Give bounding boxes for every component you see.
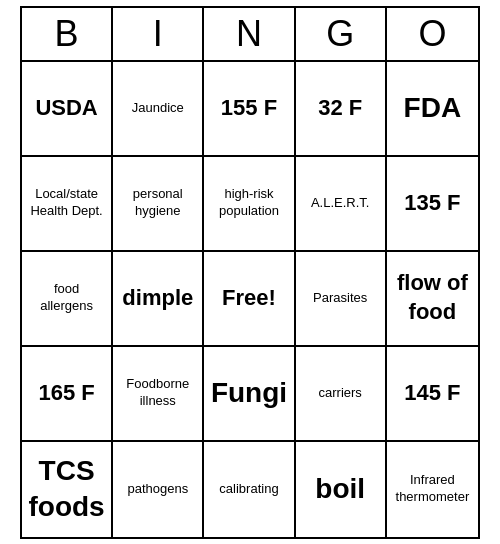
- bingo-cell-14: flow of food: [387, 252, 478, 347]
- bingo-cell-4: FDA: [387, 62, 478, 157]
- header-letter-g: G: [296, 8, 387, 60]
- bingo-cell-1: Jaundice: [113, 62, 204, 157]
- bingo-cell-17: Fungi: [204, 347, 295, 442]
- header-letter-i: I: [113, 8, 204, 60]
- bingo-cell-12: Free!: [204, 252, 295, 347]
- bingo-cell-23: boil: [296, 442, 387, 537]
- bingo-cell-2: 155 F: [204, 62, 295, 157]
- bingo-cell-19: 145 F: [387, 347, 478, 442]
- bingo-cell-6: personal hygiene: [113, 157, 204, 252]
- bingo-cell-21: pathogens: [113, 442, 204, 537]
- bingo-cell-20: TCS foods: [22, 442, 113, 537]
- bingo-cell-0: USDA: [22, 62, 113, 157]
- bingo-cell-16: Foodborne illness: [113, 347, 204, 442]
- bingo-cell-10: food allergens: [22, 252, 113, 347]
- bingo-cell-8: A.L.E.R.T.: [296, 157, 387, 252]
- bingo-cell-13: Parasites: [296, 252, 387, 347]
- header-letter-o: O: [387, 8, 478, 60]
- bingo-cell-9: 135 F: [387, 157, 478, 252]
- bingo-grid: USDAJaundice155 F32 FFDALocal/state Heal…: [22, 62, 478, 537]
- header-letter-n: N: [204, 8, 295, 60]
- header-letter-b: B: [22, 8, 113, 60]
- bingo-header: BINGO: [22, 8, 478, 62]
- bingo-cell-15: 165 F: [22, 347, 113, 442]
- bingo-cell-5: Local/state Health Dept.: [22, 157, 113, 252]
- bingo-cell-22: calibrating: [204, 442, 295, 537]
- bingo-cell-24: Infrared thermometer: [387, 442, 478, 537]
- bingo-cell-11: dimple: [113, 252, 204, 347]
- bingo-cell-3: 32 F: [296, 62, 387, 157]
- bingo-cell-7: high-risk population: [204, 157, 295, 252]
- bingo-cell-18: carriers: [296, 347, 387, 442]
- bingo-board: BINGO USDAJaundice155 F32 FFDALocal/stat…: [20, 6, 480, 539]
